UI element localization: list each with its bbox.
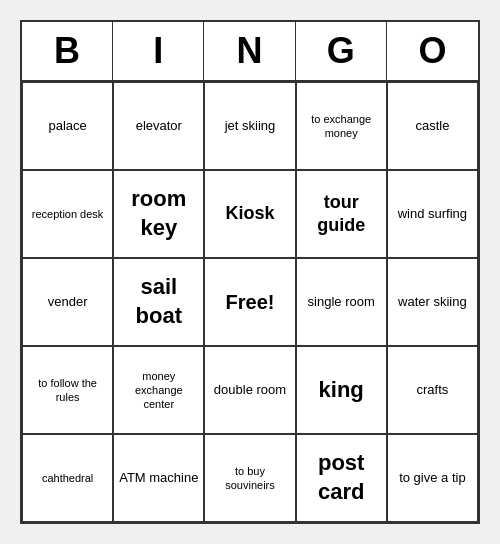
bingo-cell: tour guide — [296, 170, 387, 258]
bingo-cell: to buy souvineirs — [204, 434, 295, 522]
bingo-cell: wind surfing — [387, 170, 478, 258]
bingo-cell: crafts — [387, 346, 478, 434]
bingo-cell: to give a tip — [387, 434, 478, 522]
bingo-cell: reception desk — [22, 170, 113, 258]
bingo-cell: Kiosk — [204, 170, 295, 258]
bingo-cell: Free! — [204, 258, 295, 346]
bingo-card: BINGO palaceelevatorjet skiingto exchang… — [20, 20, 480, 524]
bingo-cell: king — [296, 346, 387, 434]
bingo-cell: water skiing — [387, 258, 478, 346]
bingo-header: BINGO — [22, 22, 478, 82]
bingo-cell: castle — [387, 82, 478, 170]
bingo-cell: to exchange money — [296, 82, 387, 170]
bingo-grid: palaceelevatorjet skiingto exchange mone… — [22, 82, 478, 522]
bingo-cell: ATM machine — [113, 434, 204, 522]
header-letter: I — [113, 22, 204, 80]
bingo-cell: jet skiing — [204, 82, 295, 170]
bingo-cell: elevator — [113, 82, 204, 170]
header-letter: G — [296, 22, 387, 80]
bingo-cell: room key — [113, 170, 204, 258]
bingo-cell: double room — [204, 346, 295, 434]
bingo-cell: post card — [296, 434, 387, 522]
header-letter: O — [387, 22, 478, 80]
bingo-cell: palace — [22, 82, 113, 170]
bingo-cell: money exchange center — [113, 346, 204, 434]
header-letter: N — [204, 22, 295, 80]
bingo-cell: vender — [22, 258, 113, 346]
bingo-cell: to follow the rules — [22, 346, 113, 434]
bingo-cell: sail boat — [113, 258, 204, 346]
bingo-cell: cahthedral — [22, 434, 113, 522]
header-letter: B — [22, 22, 113, 80]
bingo-cell: single room — [296, 258, 387, 346]
